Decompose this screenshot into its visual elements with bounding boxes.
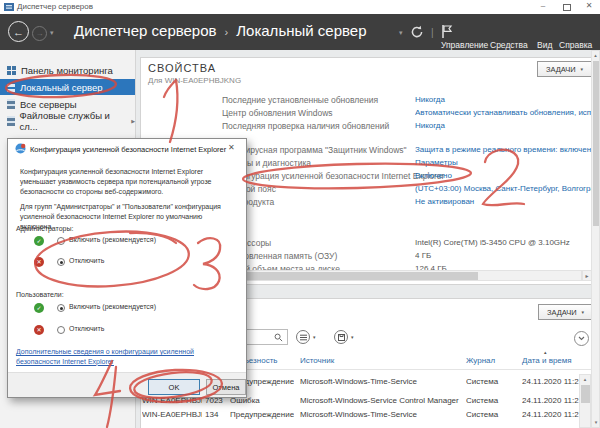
- shield-ok-icon: ✓: [34, 303, 44, 313]
- property-value-link[interactable]: (UTC+03:00) Москва, Санкт-Петербург, Вол…: [415, 184, 595, 193]
- radio-admin-enable[interactable]: [57, 237, 65, 245]
- column-header-log[interactable]: Журнал: [466, 356, 495, 365]
- menu-view[interactable]: Вид: [537, 40, 552, 50]
- radio-admin-disable[interactable]: [57, 258, 65, 266]
- sidebar-item-local-server[interactable]: Локальный сервер: [0, 79, 135, 95]
- cancel-button[interactable]: Отмена: [206, 379, 246, 395]
- shield-ok-icon: ✓: [34, 236, 44, 246]
- property-label: Последняя проверка наличия обновлений: [222, 121, 389, 131]
- minimize-button[interactable]: –: [536, 1, 550, 10]
- scroll-up-icon[interactable]: ▴: [580, 375, 590, 384]
- option-label: Отключить: [69, 257, 104, 264]
- dialog-paragraph: Конфигурация усиленной безопасности Inte…: [20, 167, 234, 197]
- navigation-bar: ← → ▾ Диспетчер серверов › Локальный сер…: [0, 14, 600, 50]
- property-value-link[interactable]: Никогда: [415, 121, 595, 130]
- admin-disable-option[interactable]: ✕ Отключить: [8, 257, 246, 269]
- server-icon: [7, 82, 15, 92]
- caret-down-icon: ▾: [351, 334, 354, 340]
- dashboard-icon: [7, 66, 16, 75]
- menu-tools[interactable]: Средства: [490, 40, 528, 50]
- tasks-label: ЗАДАЧИ: [547, 308, 577, 317]
- dialog-close-icon[interactable]: ✕: [228, 143, 235, 152]
- dialog-footer: OK Отмена: [8, 372, 246, 397]
- main-scrollbar-thumb[interactable]: [593, 61, 599, 226]
- properties-subtitle: Для WIN-EA0EPHBJKNG: [148, 76, 241, 85]
- shield-blocked-icon: ✕: [34, 257, 44, 267]
- users-disable-option[interactable]: ✕ Отключить: [8, 325, 246, 337]
- table-scrollbar-thumb[interactable]: [581, 385, 590, 403]
- column-header-source[interactable]: Источник: [300, 356, 334, 365]
- admin-enable-option[interactable]: ✓ Включить (рекомендуется): [8, 236, 246, 248]
- property-value-link[interactable]: Не активирован: [415, 197, 595, 206]
- property-value-link[interactable]: Автоматически устанавливать обновления, …: [415, 108, 595, 117]
- forward-icon[interactable]: →: [32, 26, 47, 41]
- main-scrollbar[interactable]: ▴ ▾: [591, 50, 600, 428]
- column-header-datetime[interactable]: Дата и время: [522, 356, 572, 365]
- search-icon: [274, 333, 283, 342]
- sidebar-item-label: Локальный сервер: [20, 82, 103, 93]
- menu-manage[interactable]: Управление: [441, 40, 488, 50]
- option-label: Включить (рекомендуется): [69, 303, 156, 310]
- window-titlebar: Диспетчер серверов – ✕: [0, 0, 600, 15]
- property-value: 4 ГБ: [415, 251, 595, 260]
- property-label: Конфигурация усиленной безопасности Inte…: [222, 171, 444, 181]
- property-value-link[interactable]: Никогда: [415, 95, 595, 104]
- more-info-link[interactable]: Дополнительные сведения о конфигурации у…: [16, 347, 236, 366]
- property-label: Антивирусная программа "Защитник Windows…: [222, 145, 407, 155]
- property-row: Центр обновления WindowsАвтоматически ус…: [0, 108, 600, 120]
- events-save-query-button[interactable]: ▾: [334, 330, 354, 344]
- cell-log: Система: [466, 410, 516, 419]
- sidebar-item-dashboard[interactable]: Панель мониторинга: [0, 62, 135, 78]
- cell-source: Microsoft-Windows-Time-Service: [300, 377, 462, 386]
- cell-id: 134: [205, 410, 229, 419]
- property-label: Центр обновления Windows: [222, 108, 333, 118]
- server-manager-window: Диспетчер серверов – ✕ ← → ▾ Диспетчер с…: [0, 0, 600, 428]
- close-button[interactable]: ✕: [582, 1, 596, 10]
- events-tasks-button[interactable]: ЗАДАЧИ ▾: [538, 304, 593, 320]
- ok-button[interactable]: OK: [148, 379, 200, 395]
- window-title: Диспетчер серверов: [17, 2, 93, 11]
- menu-help[interactable]: Справка: [559, 40, 592, 50]
- property-value-link[interactable]: Параметры: [415, 158, 595, 167]
- cell-log: Система: [466, 377, 516, 386]
- breadcrumb-current: Локальный сервер: [236, 22, 366, 39]
- notifications-flag-icon[interactable]: [441, 24, 453, 39]
- cell-log: Система: [466, 396, 516, 405]
- maximize-button[interactable]: [563, 4, 571, 11]
- administrators-label: Администраторы:: [16, 225, 73, 232]
- ie-esc-dialog: Конфигурация усиленной безопасности Inte…: [7, 138, 247, 398]
- nav-dropdown-icon[interactable]: ▾: [50, 29, 54, 37]
- users-enable-option[interactable]: ✓ Включить (рекомендуется): [8, 303, 246, 315]
- cell-datetime: 24.11.2020 11:2: [522, 377, 579, 386]
- shield-blocked-icon: ✕: [34, 325, 44, 335]
- property-value: Intel(R) Core(TM) i5-3450 CPU @ 3.10GHz: [415, 238, 595, 247]
- properties-tasks-button[interactable]: ЗАДАЧИ ▾: [537, 61, 592, 77]
- tasks-label: ЗАДАЧИ: [546, 65, 576, 74]
- back-icon[interactable]: ←: [8, 21, 29, 42]
- table-scrollbar[interactable]: ▴: [579, 374, 591, 428]
- cell-datetime: 24.11.2020 11:2: [522, 410, 579, 419]
- users-label: Пользователи:: [16, 291, 64, 298]
- breadcrumb-root[interactable]: Диспетчер серверов: [74, 22, 217, 39]
- dialog-title: Конфигурация усиленной безопасности Inte…: [30, 145, 226, 154]
- filter-list-icon: [300, 334, 307, 341]
- property-value-link[interactable]: Включено: [415, 171, 595, 180]
- collapse-section-button[interactable]: [574, 331, 589, 346]
- caret-down-icon: ▾: [582, 309, 585, 315]
- scope-dropdown-icon[interactable]: ▾: [399, 29, 403, 37]
- radio-users-disable[interactable]: [57, 326, 65, 334]
- dialog-ie-security-icon: [15, 143, 26, 154]
- property-row: Последние установленные обновленияНикогд…: [0, 95, 600, 107]
- chevron-down-icon: [578, 336, 585, 341]
- cell-server: WIN-EA0EPHBJKNG: [142, 410, 202, 419]
- breadcrumb: Диспетчер серверов › Локальный сервер: [74, 22, 366, 39]
- caret-down-icon: ▾: [581, 66, 584, 72]
- radio-users-enable[interactable]: [57, 304, 65, 312]
- property-value-link[interactable]: Защита в режиме реального времени: включ…: [415, 145, 595, 154]
- scroll-up-icon[interactable]: ▴: [592, 51, 599, 60]
- scroll-down-icon[interactable]: ▾: [592, 418, 600, 427]
- app-icon: [4, 2, 14, 12]
- event-row[interactable]: WIN-EA0EPHBJKNG 134 Предупреждение Micro…: [0, 410, 600, 423]
- events-filter-button[interactable]: ▾: [296, 330, 316, 344]
- refresh-icon[interactable]: [410, 25, 424, 39]
